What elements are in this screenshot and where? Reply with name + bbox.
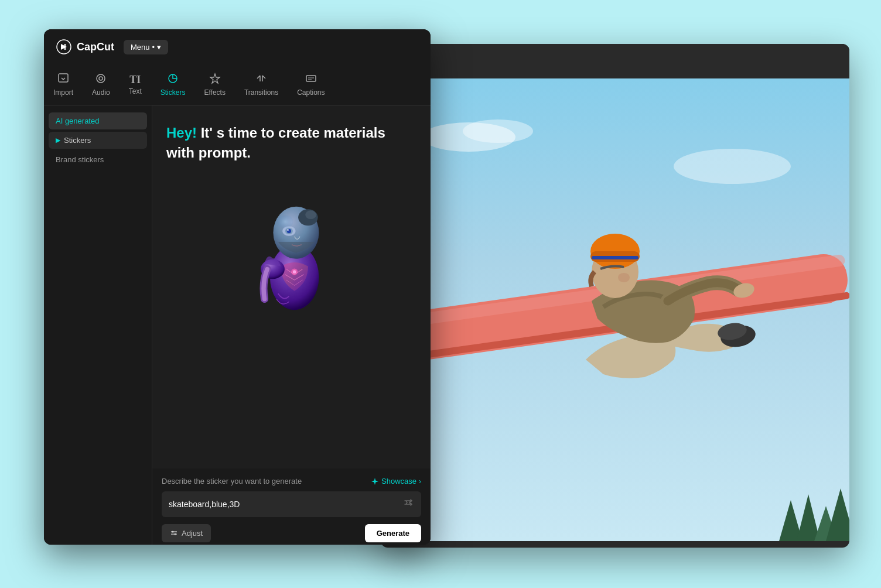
content-area: AI generated ▶ Stickers Brand stickers H… xyxy=(44,105,431,545)
audio-icon xyxy=(95,73,107,86)
toolbar-import[interactable]: Import xyxy=(44,69,83,100)
showcase-link[interactable]: Showcase › xyxy=(371,477,421,486)
shuffle-icon xyxy=(404,498,413,508)
audio-label: Audio xyxy=(92,88,110,97)
toolbar-text[interactable]: TI Text xyxy=(119,71,151,99)
toolbar-effects[interactable]: Effects xyxy=(194,69,234,100)
stickers-label: Stickers xyxy=(161,88,186,97)
sidebar-item-ai-generated[interactable]: AI generated xyxy=(49,112,147,129)
player-header: Player xyxy=(381,44,849,78)
import-icon xyxy=(57,73,69,86)
sidebar: AI generated ▶ Stickers Brand stickers xyxy=(44,105,152,545)
captions-icon xyxy=(305,73,317,86)
menu-button[interactable]: Menu • ▾ xyxy=(124,40,168,54)
input-row xyxy=(162,491,421,517)
text-icon: TI xyxy=(129,74,141,85)
svg-point-17 xyxy=(305,210,316,219)
transitions-label: Transitions xyxy=(244,88,278,97)
logo-text: CapCut xyxy=(77,41,114,53)
robot-image xyxy=(233,174,350,326)
showcase-sparkle-icon xyxy=(371,477,379,486)
generate-describe-label: Describe the sticker you want to generat… xyxy=(162,477,302,486)
generate-button[interactable]: Generate xyxy=(365,524,421,542)
svg-rect-5 xyxy=(306,76,316,81)
sticker-input[interactable] xyxy=(169,500,402,509)
ai-generated-label: AI generated xyxy=(56,117,99,125)
svg-point-21 xyxy=(287,229,289,231)
promo-body: It' s time to create materials with prom… xyxy=(166,125,385,160)
brand-stickers-label: Brand stickers xyxy=(56,155,104,164)
svg-rect-45 xyxy=(592,256,638,259)
app-header: CapCut Menu • ▾ xyxy=(44,29,431,64)
menu-dot: • xyxy=(152,43,155,52)
svg-point-23 xyxy=(276,216,293,228)
stickers-icon xyxy=(167,73,179,86)
svg-point-10 xyxy=(292,271,296,274)
action-row: Adjust Generate xyxy=(162,524,421,542)
generate-label-row: Describe the sticker you want to generat… xyxy=(162,477,421,486)
svg-point-25 xyxy=(172,531,174,532)
import-label: Import xyxy=(53,88,73,97)
svg-point-2 xyxy=(97,74,105,83)
adjust-icon xyxy=(170,529,178,538)
generator-area: Describe the sticker you want to generat… xyxy=(152,469,431,545)
svg-point-30 xyxy=(463,119,533,143)
toolbar-stickers[interactable]: Stickers xyxy=(151,69,195,100)
robot-svg xyxy=(233,174,350,326)
toolbar-transitions[interactable]: Transitions xyxy=(235,69,288,100)
player-image xyxy=(381,78,849,541)
menu-arrow-icon: ▾ xyxy=(157,43,161,52)
svg-point-46 xyxy=(618,273,630,282)
promo-text: Hey! It' s time to create materials with… xyxy=(166,123,416,162)
stickers-arrow-icon: ▶ xyxy=(56,136,60,144)
main-window: CapCut Menu • ▾ Import xyxy=(44,29,431,545)
snowboarder-scene xyxy=(381,78,849,541)
svg-point-27 xyxy=(175,533,176,535)
effects-icon xyxy=(209,73,221,86)
capcut-logo-icon xyxy=(56,39,72,55)
promo-highlight: Hey! xyxy=(166,125,197,141)
captions-label: Captions xyxy=(297,88,325,97)
showcase-arrow: › xyxy=(419,477,421,486)
svg-point-31 xyxy=(674,149,791,184)
toolbar-captions[interactable]: Captions xyxy=(288,69,334,100)
generate-label: Generate xyxy=(377,529,409,538)
adjust-button[interactable]: Adjust xyxy=(162,524,211,542)
svg-point-3 xyxy=(99,77,103,80)
app-logo: CapCut xyxy=(56,39,114,55)
text-label: Text xyxy=(129,87,142,95)
stickers-sidebar-label: Stickers xyxy=(64,136,91,145)
toolbar-audio[interactable]: Audio xyxy=(83,69,119,100)
adjust-label: Adjust xyxy=(182,529,203,538)
shuffle-button[interactable] xyxy=(402,497,414,511)
svg-rect-1 xyxy=(59,74,68,82)
effects-label: Effects xyxy=(204,88,225,97)
transitions-icon xyxy=(255,73,267,86)
player-window: Player xyxy=(381,44,849,548)
main-content: Hey! It' s time to create materials with… xyxy=(152,105,431,545)
sidebar-item-brand-stickers[interactable]: Brand stickers xyxy=(49,151,147,168)
showcase-label: Showcase xyxy=(381,477,416,486)
sidebar-item-stickers[interactable]: ▶ Stickers xyxy=(49,132,147,149)
toolbar: Import Audio TI Text Stickers xyxy=(44,64,431,105)
